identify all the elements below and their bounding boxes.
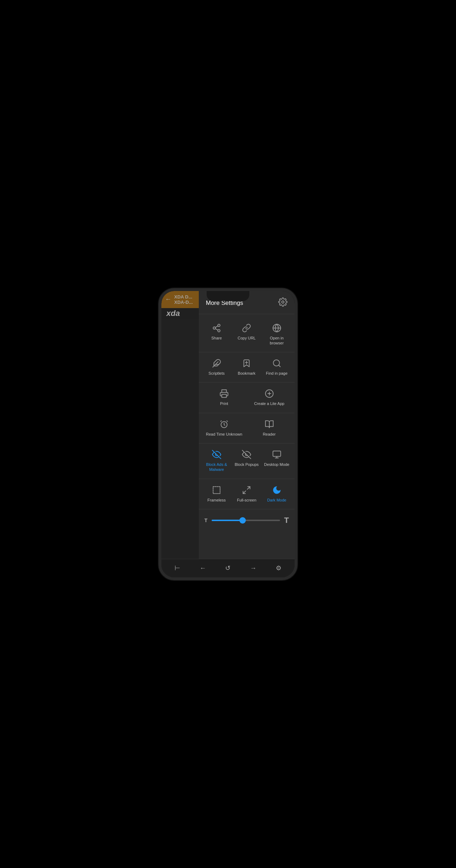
block-ads-icon [212,450,221,459]
find-in-page-label: Find in page [266,371,288,376]
block-popups-icon [242,450,251,459]
search-icon [272,359,281,368]
svg-line-13 [279,365,280,367]
read-time-button[interactable]: Read Time Unknown [202,416,247,440]
block-ads-button[interactable]: Block Ads & Malware [202,446,232,476]
font-size-slider[interactable] [212,520,280,521]
find-in-page-button[interactable]: Find in page [262,355,292,379]
font-large-icon: T [284,516,289,525]
print-label: Print [220,401,228,406]
copy-url-label: Copy URL [238,336,256,341]
link-icon [242,323,251,333]
globe-icon [272,323,281,333]
share-icon [212,323,221,333]
nav-settings-button[interactable]: ⚙ [276,564,281,572]
desktop-mode-button[interactable]: Desktop Mode [262,446,292,476]
svg-line-25 [248,487,250,489]
frameless-button[interactable]: Frameless [202,482,232,506]
svg-rect-14 [222,395,227,398]
puzzle-icon [212,359,221,368]
action-row-2: Scriptlets Bookmark Find in page [199,352,295,383]
block-popups-button[interactable]: Block Popups [232,446,261,476]
settings-gear-icon[interactable] [278,297,287,309]
gear-svg [278,297,287,307]
scriptlets-label: Scriptlets [208,371,224,376]
bottom-nav: ⊢ ← ↺ → ⚙ [161,559,295,577]
bookmark-label: Bookmark [238,371,256,376]
browser-back-icon: ← [165,296,171,303]
full-screen-label: Full-screen [237,498,256,503]
read-time-label: Read Time Unknown [206,432,242,437]
features-row-1: Block Ads & Malware Block Popups De [199,443,295,479]
action-row-1: Share Copy URL Open in browser [199,314,295,353]
timer-icon [219,420,229,429]
dark-mode-label: Dark Mode [267,498,286,503]
action-row-4: Read Time Unknown Reader [199,413,295,443]
dark-mode-button[interactable]: Dark Mode [262,482,292,506]
desktop-icon [272,450,281,459]
refresh-button[interactable]: ↺ [225,564,230,572]
share-label: Share [211,336,222,341]
open-in-browser-button[interactable]: Open in browser [262,320,292,349]
svg-line-4 [215,328,218,330]
frameless-icon [212,485,221,495]
open-in-browser-label: Open in browser [263,336,290,346]
copy-url-button[interactable]: Copy URL [232,320,261,349]
menu-header: More Settings [199,291,295,314]
plus-icon [265,389,274,398]
dark-mode-icon [272,485,281,495]
phone-shell: ← XDA D... XDA-D... xda More Settings [159,288,297,580]
frameless-label: Frameless [207,498,226,503]
svg-line-26 [243,491,246,494]
svg-point-0 [282,301,284,303]
create-lite-app-label: Create a Lite App [254,401,284,406]
reader-button[interactable]: Reader [247,416,292,440]
reader-label: Reader [263,432,276,437]
menu-header-title: More Settings [206,300,243,307]
print-button[interactable]: Print [202,385,247,410]
browser-tab-subtitle: XDA-D... [174,300,193,305]
block-popups-label: Block Popups [235,462,259,467]
scriptlets-button[interactable]: Scriptlets [202,355,232,379]
create-lite-app-button[interactable]: Create a Lite App [247,385,292,410]
block-ads-label: Block Ads & Malware [203,462,230,472]
svg-line-5 [215,326,218,327]
svg-rect-21 [273,451,281,456]
features-row-2: Frameless Full-screen Da [199,479,295,509]
back-button[interactable]: ← [200,565,206,572]
desktop-mode-label: Desktop Mode [264,462,289,467]
share-button[interactable]: Share [202,320,232,349]
fullscreen-icon [242,485,251,495]
menu-panel: More Settings Share [199,291,295,559]
bookmark-button[interactable]: Bookmark [232,355,261,379]
volume-button [159,327,159,344]
screen: ← XDA D... XDA-D... xda More Settings [161,291,295,577]
first-page-button[interactable]: ⊢ [175,564,180,572]
browser-tab-title: XDA D... [174,294,193,300]
print-icon [219,389,229,398]
full-screen-button[interactable]: Full-screen [232,482,261,506]
xda-logo: xda [166,309,180,318]
font-small-icon: T [204,518,208,523]
forward-button[interactable]: → [250,565,256,572]
svg-rect-24 [213,487,220,494]
font-size-section: T T [199,509,295,531]
power-button [297,334,297,359]
bookmark-add-icon [242,359,251,368]
action-row-3: Print Create a Lite App [199,383,295,413]
reader-icon [265,420,274,429]
